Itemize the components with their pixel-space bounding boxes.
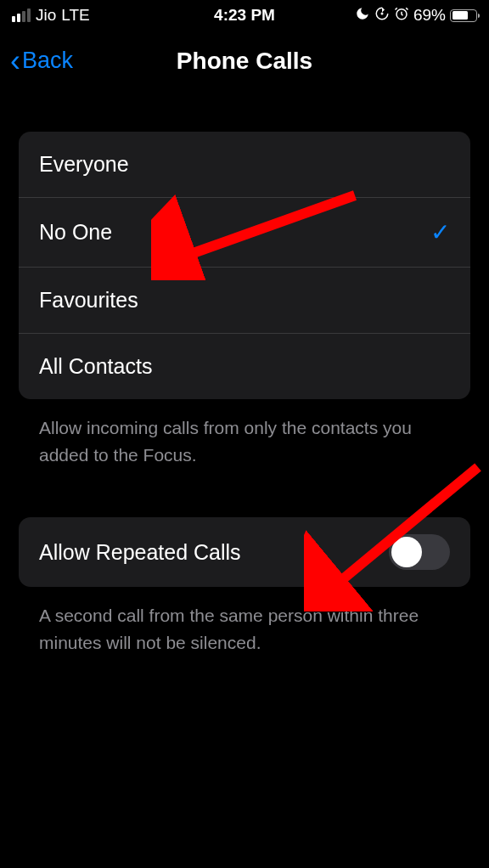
repeated-calls-toggle[interactable]	[389, 534, 450, 570]
back-button[interactable]: ‹ Back	[10, 48, 73, 74]
battery-icon	[450, 9, 477, 22]
carrier-name: Jio	[36, 6, 56, 25]
option-all-contacts[interactable]: All Contacts	[19, 334, 470, 399]
status-left: Jio LTE	[12, 6, 90, 25]
orientation-lock-icon	[374, 6, 390, 25]
option-everyone[interactable]: Everyone	[19, 132, 470, 198]
network-type: LTE	[61, 6, 89, 25]
nav-header: ‹ Back Phone Calls	[0, 31, 489, 91]
alarm-icon	[394, 6, 409, 25]
checkmark-icon: ✓	[430, 218, 450, 246]
clock: 4:23 PM	[214, 6, 275, 25]
battery-percent: 69%	[413, 6, 446, 25]
repeated-calls-footer: A second call from the same person withi…	[19, 587, 470, 656]
option-label: Favourites	[39, 288, 138, 313]
page-title: Phone Calls	[177, 48, 312, 75]
option-label: Everyone	[39, 152, 129, 177]
repeated-calls-row: Allow Repeated Calls	[19, 517, 470, 587]
allow-from-footer: Allow incoming calls from only the conta…	[19, 399, 470, 468]
option-no-one[interactable]: No One ✓	[19, 198, 470, 268]
back-label: Back	[22, 48, 73, 74]
moon-icon	[355, 6, 370, 25]
status-right: 69%	[355, 6, 477, 25]
content: Everyone No One ✓ Favourites All Contact…	[0, 91, 489, 656]
option-label: No One	[39, 220, 112, 245]
status-bar: Jio LTE 4:23 PM 69%	[0, 0, 489, 31]
option-label: All Contacts	[39, 354, 152, 379]
repeated-calls-group: Allow Repeated Calls	[19, 517, 470, 587]
chevron-left-icon: ‹	[10, 54, 20, 69]
signal-icon	[12, 8, 31, 22]
option-favourites[interactable]: Favourites	[19, 268, 470, 334]
repeated-calls-label: Allow Repeated Calls	[39, 540, 241, 565]
toggle-knob	[391, 537, 422, 567]
svg-point-0	[380, 12, 383, 14]
allow-from-list: Everyone No One ✓ Favourites All Contact…	[19, 132, 470, 399]
